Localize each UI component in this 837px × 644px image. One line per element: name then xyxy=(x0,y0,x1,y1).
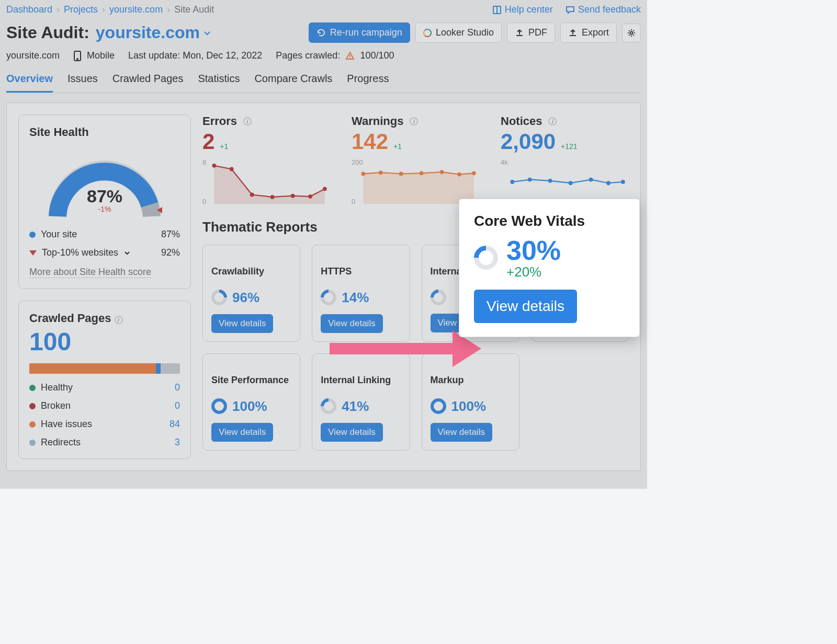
tab-statistics[interactable]: Statistics xyxy=(198,73,240,93)
help-center-link[interactable]: Help center xyxy=(492,4,553,15)
crawled-pages-title: Crawled Pagesi xyxy=(29,312,180,325)
report-card: Internal Linking41%View details xyxy=(312,353,410,451)
summary-errors[interactable]: Errorsi 2+1 80 xyxy=(202,114,331,205)
info-icon[interactable]: i xyxy=(115,316,123,324)
book-icon xyxy=(492,5,502,15)
export-button[interactable]: Export xyxy=(560,22,617,43)
svg-point-16 xyxy=(440,170,444,174)
svg-point-15 xyxy=(420,171,424,175)
view-details-button[interactable]: View details xyxy=(211,314,273,333)
svg-point-13 xyxy=(379,170,383,175)
svg-point-24 xyxy=(606,181,610,185)
crumb-dashboard[interactable]: Dashboard xyxy=(6,4,52,15)
popup-ring-icon xyxy=(469,240,503,274)
report-title: Site Performance xyxy=(211,375,291,386)
tab-compare-crawls[interactable]: Compare Crawls xyxy=(254,73,332,93)
chevron-down-icon xyxy=(203,29,211,37)
report-pct: 14% xyxy=(342,290,369,306)
crawled-pages-bar xyxy=(29,363,180,374)
view-details-button[interactable]: View details xyxy=(321,423,382,442)
chat-icon xyxy=(565,5,575,15)
tab-crawled-pages[interactable]: Crawled Pages xyxy=(112,73,184,93)
svg-point-6 xyxy=(230,167,234,171)
project-selector[interactable]: yoursite.com xyxy=(96,23,211,42)
upload-icon xyxy=(515,28,524,38)
legend-your-site-pct: 87% xyxy=(161,229,180,240)
report-pct: 100% xyxy=(451,398,487,415)
progress-ring-icon xyxy=(318,286,340,308)
gear-icon xyxy=(627,28,636,38)
info-icon[interactable]: i xyxy=(548,117,557,125)
report-title: HTTPS xyxy=(321,266,401,277)
crawled-pages-row[interactable]: Broken0 xyxy=(29,400,180,411)
view-details-button[interactable]: View details xyxy=(321,314,382,333)
crawled-pages-row[interactable]: Redirects3 xyxy=(29,437,180,448)
looker-icon xyxy=(423,29,432,37)
svg-point-8 xyxy=(270,195,275,199)
tabs: Overview Issues Crawled Pages Statistics… xyxy=(6,73,641,93)
meta-last-update: Last update: Mon, Dec 12, 2022 xyxy=(128,50,262,61)
errors-sparkline: 80 xyxy=(202,158,331,205)
core-web-vitals-popup: Core Web Vitals 30% +20% View details xyxy=(459,199,640,337)
site-health-delta: -1% xyxy=(42,205,167,213)
crawled-pages-total: 100 xyxy=(29,327,180,356)
svg-point-25 xyxy=(621,180,625,184)
view-details-button[interactable]: View details xyxy=(431,423,492,442)
report-card: HTTPS14%View details xyxy=(312,245,410,342)
progress-ring-icon xyxy=(318,395,340,417)
summary-notices[interactable]: Noticesi 2,090+121 4k xyxy=(501,114,629,205)
send-feedback-link[interactable]: Send feedback xyxy=(565,4,641,15)
popup-view-details-button[interactable]: View details xyxy=(474,290,577,323)
svg-point-5 xyxy=(212,164,216,168)
report-card: Markup100%View details xyxy=(422,353,519,451)
tab-progress[interactable]: Progress xyxy=(347,73,389,93)
crawled-pages-row[interactable]: Have issues84 xyxy=(29,419,180,430)
pdf-button[interactable]: PDF xyxy=(507,22,555,43)
svg-point-20 xyxy=(528,178,532,182)
tab-issues[interactable]: Issues xyxy=(67,73,98,93)
more-about-site-health-link[interactable]: More about Site Health score xyxy=(29,267,151,278)
svg-point-19 xyxy=(510,180,514,184)
crumb-domain[interactable]: yoursite.com xyxy=(109,4,163,15)
info-icon[interactable]: i xyxy=(410,117,418,125)
svg-point-10 xyxy=(308,194,312,199)
progress-ring-icon xyxy=(427,286,449,308)
svg-point-23 xyxy=(589,178,593,182)
legend-top10[interactable]: Top-10% websites xyxy=(29,247,131,258)
looker-studio-button[interactable]: Looker Studio xyxy=(415,22,502,43)
meta-device: Mobile xyxy=(73,50,115,61)
popup-title: Core Web Vitals xyxy=(474,213,625,229)
svg-point-9 xyxy=(291,194,295,198)
progress-ring-icon xyxy=(427,395,449,417)
crumb-projects[interactable]: Projects xyxy=(64,4,98,15)
chevron-down-icon xyxy=(123,249,131,257)
summary-warnings[interactable]: Warningsi 142+1 2000 xyxy=(352,114,480,205)
report-card: Site Performance100%View details xyxy=(202,353,300,451)
page-title: Site Audit: xyxy=(6,23,89,42)
svg-point-12 xyxy=(361,172,365,176)
progress-ring-icon xyxy=(208,286,230,308)
crumb-current: Site Audit xyxy=(174,4,214,15)
view-details-button[interactable]: View details xyxy=(211,423,273,442)
report-title: Markup xyxy=(431,375,511,386)
svg-point-22 xyxy=(569,181,573,185)
upload-icon xyxy=(568,28,578,38)
svg-point-11 xyxy=(323,187,327,191)
tab-overview[interactable]: Overview xyxy=(6,73,53,93)
progress-ring-icon xyxy=(208,395,230,417)
refresh-icon xyxy=(316,28,326,38)
crawled-pages-row[interactable]: Healthy0 xyxy=(29,382,180,393)
svg-point-18 xyxy=(472,171,476,175)
site-health-score: 87% xyxy=(42,186,167,206)
site-health-gauge: 87% -1% xyxy=(42,148,167,222)
report-pct: 100% xyxy=(232,398,267,415)
rerun-campaign-button[interactable]: Re-run campaign xyxy=(309,22,410,43)
info-icon[interactable]: i xyxy=(243,117,252,125)
report-pct: 96% xyxy=(232,290,259,306)
warning-icon xyxy=(345,51,355,61)
svg-point-17 xyxy=(457,172,461,177)
settings-button[interactable] xyxy=(622,24,641,42)
svg-point-4 xyxy=(349,58,350,59)
site-health-title: Site Health xyxy=(29,125,180,139)
svg-point-3 xyxy=(77,59,78,60)
